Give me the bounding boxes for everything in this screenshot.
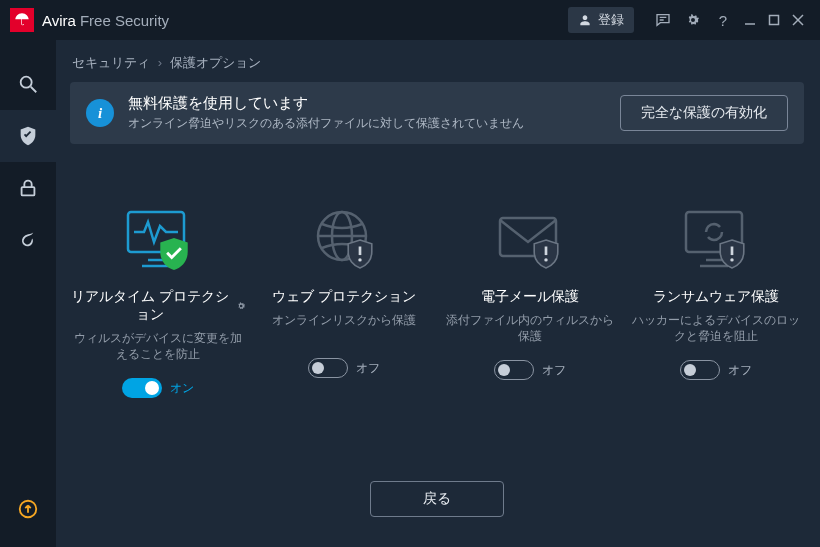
svg-rect-1 xyxy=(770,16,779,25)
sidebar-item-security[interactable] xyxy=(0,110,56,162)
toggle-state-label: オフ xyxy=(356,360,380,377)
banner-subtitle: オンライン脅迫やリスクのある添付ファイルに対して保護されていません xyxy=(128,115,606,132)
breadcrumb-current: 保護オプション xyxy=(170,55,261,70)
card-email-protection: 電子メール保護 添付ファイル内のウィルスから保護 オフ xyxy=(442,204,618,398)
info-icon: i xyxy=(86,99,114,127)
shield-alert-icon xyxy=(532,238,560,270)
email-protection-icon xyxy=(490,204,570,274)
breadcrumb-parent[interactable]: セキュリティ xyxy=(72,55,150,70)
card-web-protection: ウェブ プロテクション オンラインリスクから保護 オフ xyxy=(256,204,432,398)
main-content: セキュリティ › 保護オプション i 無料保護を使用しています オンライン脅迫や… xyxy=(56,40,820,547)
toggle-state-label: オン xyxy=(170,380,194,397)
svg-point-18 xyxy=(544,258,547,261)
enable-full-protection-button[interactable]: 完全な保護の有効化 xyxy=(620,95,788,131)
realtime-protection-icon xyxy=(118,204,198,274)
sidebar-item-performance[interactable] xyxy=(0,214,56,266)
card-description: ウィルスがデバイスに変更を加えることを防止 xyxy=(70,330,246,362)
sidebar-item-upgrade[interactable] xyxy=(0,483,56,535)
banner-title: 無料保護を使用しています xyxy=(128,94,606,113)
card-ransomware-protection: ランサムウェア保護 ハッカーによるデバイスのロックと脅迫を阻止 オフ xyxy=(628,204,804,398)
gear-icon[interactable] xyxy=(236,300,246,312)
shield-check-icon xyxy=(160,238,188,270)
card-description: ハッカーによるデバイスのロックと脅迫を阻止 xyxy=(628,312,804,344)
app-product: Free Security xyxy=(80,12,169,29)
svg-rect-6 xyxy=(22,187,35,195)
card-title: リアルタイム プロテクション xyxy=(70,288,246,324)
realtime-toggle[interactable] xyxy=(122,378,162,398)
minimize-icon[interactable] xyxy=(743,13,757,27)
app-brand: Avira xyxy=(42,12,76,29)
info-banner: i 無料保護を使用しています オンライン脅迫やリスクのある添付ファイルに対して保… xyxy=(70,82,804,144)
toggle-state-label: オフ xyxy=(542,362,566,379)
email-toggle[interactable] xyxy=(494,360,534,380)
sidebar xyxy=(0,40,56,547)
sidebar-item-privacy[interactable] xyxy=(0,162,56,214)
sidebar-item-scan[interactable] xyxy=(0,58,56,110)
card-description: 添付ファイル内のウィルスから保護 xyxy=(442,312,618,344)
card-title: 電子メール保護 xyxy=(481,288,579,306)
toggle-state-label: オフ xyxy=(728,362,752,379)
back-button[interactable]: 戻る xyxy=(370,481,504,517)
maximize-icon[interactable] xyxy=(767,13,781,27)
card-description: オンラインリスクから保護 xyxy=(272,312,416,342)
svg-point-23 xyxy=(730,258,733,261)
card-title: ウェブ プロテクション xyxy=(272,288,416,306)
svg-point-15 xyxy=(358,258,361,261)
web-protection-icon xyxy=(304,204,384,274)
titlebar: Avira Free Security 登録 ? xyxy=(0,0,820,40)
login-label: 登録 xyxy=(598,11,624,29)
web-toggle[interactable] xyxy=(308,358,348,378)
ransomware-toggle[interactable] xyxy=(680,360,720,380)
ransomware-protection-icon xyxy=(676,204,756,274)
shield-alert-icon xyxy=(346,238,374,270)
chevron-right-icon: › xyxy=(158,55,162,70)
feedback-icon[interactable] xyxy=(655,12,671,28)
protection-cards: リアルタイム プロテクション ウィルスがデバイスに変更を加えることを防止 オン xyxy=(70,204,804,398)
card-realtime-protection: リアルタイム プロテクション ウィルスがデバイスに変更を加えることを防止 オン xyxy=(70,204,246,398)
umbrella-icon xyxy=(14,12,30,28)
gear-icon[interactable] xyxy=(685,12,701,28)
breadcrumb: セキュリティ › 保護オプション xyxy=(72,54,804,72)
help-icon[interactable]: ? xyxy=(715,12,731,28)
avira-logo xyxy=(10,8,34,32)
login-button[interactable]: 登録 xyxy=(568,7,634,33)
card-title: ランサムウェア保護 xyxy=(653,288,779,306)
close-icon[interactable] xyxy=(791,13,805,27)
svg-line-5 xyxy=(31,87,37,93)
user-icon xyxy=(578,13,592,27)
svg-point-4 xyxy=(21,77,32,88)
shield-alert-icon xyxy=(718,238,746,270)
